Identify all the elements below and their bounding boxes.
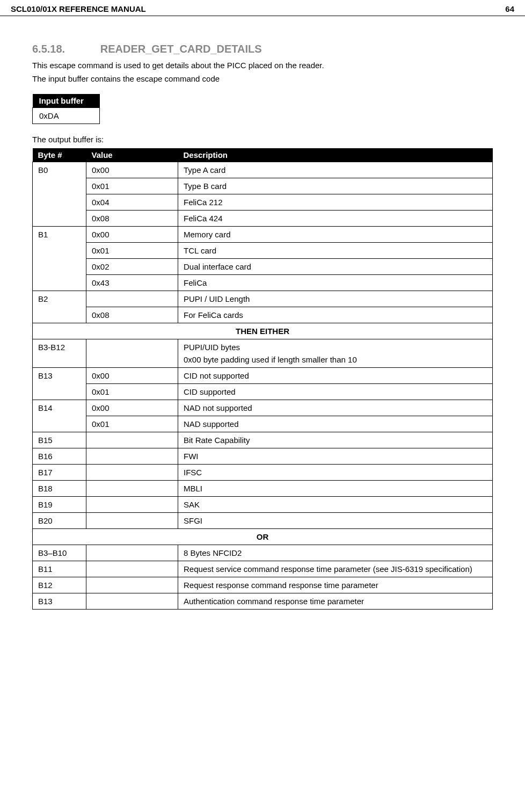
cell-desc: FeliCa 212 <box>178 194 493 211</box>
cell-value: 0x02 <box>86 259 178 275</box>
col-header-description: Description <box>178 148 493 162</box>
cell-desc: PUPI/UID bytes 0x00 byte padding used if… <box>178 339 493 368</box>
cell-value: 0x00 <box>86 162 178 178</box>
cell-desc: FeliCa <box>178 275 493 291</box>
cell-b16: B16 <box>33 448 86 465</box>
cell-b19: B19 <box>33 497 86 513</box>
cell-desc: FeliCa 424 <box>178 211 493 227</box>
cell-value: 0x00 <box>86 227 178 243</box>
cell-b15: B15 <box>33 432 86 448</box>
cell-value <box>86 432 178 448</box>
cell-value: 0x43 <box>86 275 178 291</box>
output-intro: The output buffer is: <box>32 135 493 144</box>
cell-b12: B12 <box>33 577 86 593</box>
cell-b11: B11 <box>33 561 86 577</box>
cell-desc: Type A card <box>178 162 493 178</box>
cell-desc: FWI <box>178 448 493 465</box>
cell-desc: CID not supported <box>178 368 493 384</box>
cell-b13: B13 <box>33 368 86 400</box>
cell-value: 0x00 <box>86 368 178 384</box>
input-buffer-header: Input buffer <box>33 94 100 108</box>
cell-desc: Dual interface card <box>178 259 493 275</box>
cell-desc: Authentication command response time par… <box>178 593 493 610</box>
cell-desc: For FeliCa cards <box>178 307 493 323</box>
cell-value <box>86 481 178 497</box>
cell-b20: B20 <box>33 513 86 529</box>
cell-desc: Request response command response time p… <box>178 577 493 593</box>
cell-value: 0x01 <box>86 384 178 400</box>
cell-desc: SFGI <box>178 513 493 529</box>
input-buffer-table: Input buffer 0xDA <box>32 94 100 124</box>
cell-value: 0x04 <box>86 194 178 211</box>
page-header: SCL010/01X REFERENCE MANUAL 64 <box>0 0 525 16</box>
cell-value <box>86 448 178 465</box>
cell-desc: SAK <box>178 497 493 513</box>
cell-desc: Memory card <box>178 227 493 243</box>
cell-desc-line2: 0x00 byte padding used if length smaller… <box>184 355 487 364</box>
cell-desc: CID supported <box>178 384 493 400</box>
cell-b2: B2 <box>33 291 86 323</box>
cell-value <box>86 513 178 529</box>
cell-desc: NAD not supported <box>178 400 493 416</box>
cell-b3-b12: B3-B12 <box>33 339 86 368</box>
cell-value <box>86 339 178 368</box>
cell-value: 0x00 <box>86 400 178 416</box>
cell-value: 0x08 <box>86 211 178 227</box>
cell-value <box>86 593 178 610</box>
cell-desc: PUPI / UID Length <box>178 291 493 307</box>
output-buffer-table: Byte # Value Description B0 0x00 Type A … <box>32 148 493 610</box>
cell-b13-alt: B13 <box>33 593 86 610</box>
section-number: 6.5.18. <box>32 43 65 55</box>
cell-value: 0x01 <box>86 416 178 432</box>
cell-desc: NAD supported <box>178 416 493 432</box>
cell-value: 0x01 <box>86 243 178 259</box>
cell-value <box>86 561 178 577</box>
input-buffer-value: 0xDA <box>33 108 100 124</box>
cell-value: 0x08 <box>86 307 178 323</box>
cell-desc: IFSC <box>178 465 493 481</box>
section-heading: 6.5.18. READER_GET_CARD_DETAILS <box>32 43 493 55</box>
cell-desc: 8 Bytes NFCID2 <box>178 545 493 561</box>
cell-b17: B17 <box>33 465 86 481</box>
cell-b14: B14 <box>33 400 86 432</box>
cell-b3-b10: B3–B10 <box>33 545 86 561</box>
section-title: READER_GET_CARD_DETAILS <box>100 43 262 55</box>
cell-value <box>86 465 178 481</box>
intro-text-2: The input buffer contains the escape com… <box>32 74 493 83</box>
page-number: 64 <box>505 4 514 13</box>
col-header-byte: Byte # <box>33 148 86 162</box>
cell-desc: TCL card <box>178 243 493 259</box>
cell-b0: B0 <box>33 162 86 227</box>
doc-title: SCL010/01X REFERENCE MANUAL <box>11 4 146 13</box>
cell-value <box>86 577 178 593</box>
then-either-divider: THEN EITHER <box>33 323 493 339</box>
cell-value <box>86 291 178 307</box>
cell-desc: MBLI <box>178 481 493 497</box>
cell-desc: Type B card <box>178 178 493 194</box>
cell-b18: B18 <box>33 481 86 497</box>
cell-value: 0x01 <box>86 178 178 194</box>
or-divider: OR <box>33 529 493 545</box>
cell-value <box>86 497 178 513</box>
col-header-value: Value <box>86 148 178 162</box>
cell-desc: Bit Rate Capability <box>178 432 493 448</box>
cell-desc-line1: PUPI/UID bytes <box>184 343 487 352</box>
cell-b1: B1 <box>33 227 86 291</box>
cell-desc: Request service command response time pa… <box>178 561 493 577</box>
cell-value <box>86 545 178 561</box>
intro-text-1: This escape command is used to get detai… <box>32 61 493 70</box>
